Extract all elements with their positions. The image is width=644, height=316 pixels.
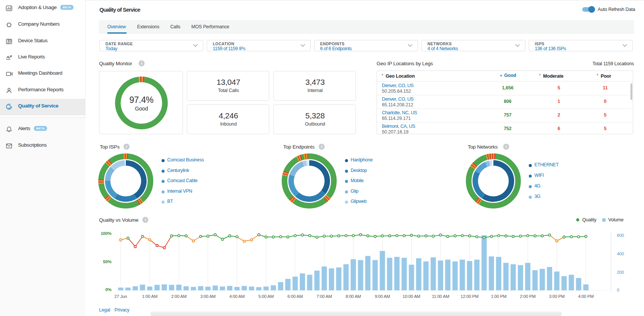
svg-text:4:00 PM: 4:00 PM	[578, 294, 594, 299]
svg-text:10:00 AM: 10:00 AM	[403, 294, 420, 299]
svg-text:200: 200	[617, 270, 624, 275]
svg-text:50%: 50%	[103, 259, 111, 264]
svg-text:11:00 AM: 11:00 AM	[432, 294, 449, 299]
svg-text:3:00 AM: 3:00 AM	[200, 294, 216, 299]
svg-text:9:00 AM: 9:00 AM	[375, 294, 390, 299]
svg-text:3:00 PM: 3:00 PM	[549, 294, 565, 299]
svg-text:12:00 PM: 12:00 PM	[461, 294, 479, 299]
svg-text:2:00 PM: 2:00 PM	[520, 294, 536, 299]
svg-text:1:00 AM: 1:00 AM	[142, 294, 157, 299]
svg-text:0: 0	[617, 288, 619, 292]
svg-text:5:00 AM: 5:00 AM	[258, 294, 274, 299]
svg-text:8:00 AM: 8:00 AM	[346, 294, 361, 299]
svg-text:100%: 100%	[101, 231, 111, 236]
svg-text:6:00 AM: 6:00 AM	[287, 294, 303, 299]
svg-text:0%: 0%	[105, 287, 111, 292]
svg-text:7:00 AM: 7:00 AM	[317, 294, 332, 299]
svg-text:4:00 AM: 4:00 AM	[229, 294, 245, 299]
svg-text:27 Jun: 27 Jun	[114, 294, 127, 299]
svg-text:400: 400	[617, 252, 624, 256]
svg-text:600: 600	[617, 233, 624, 238]
svg-text:2:00 AM: 2:00 AM	[171, 294, 187, 299]
svg-text:1:00 PM: 1:00 PM	[491, 294, 506, 299]
